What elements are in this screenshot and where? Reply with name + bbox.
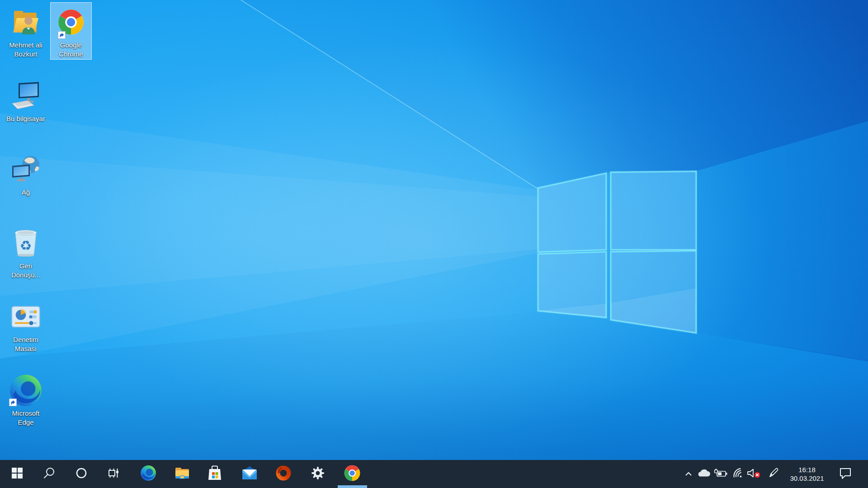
windows-desktop: Mehmet ali Bozkurt Google Chrome — [0, 0, 868, 488]
wifi-tray-button[interactable] — [731, 460, 743, 488]
desktop-icon-this-pc[interactable]: Bu bilgisayar — [5, 76, 47, 124]
desktop-wallpaper — [0, 0, 868, 488]
chrome-icon — [58, 5, 84, 39]
desktop-icon-label: Ağ — [22, 188, 30, 197]
speaker-muted-icon — [746, 468, 761, 480]
taskbar-clock[interactable]: 16:18 30.03.2021 — [785, 460, 829, 488]
action-center-button[interactable] — [838, 460, 853, 488]
svg-text:♻: ♻ — [20, 238, 32, 253]
gear-icon — [311, 466, 325, 482]
task-view-button[interactable] — [97, 460, 130, 488]
hidden-icons-button[interactable] — [682, 460, 695, 488]
desktop-icon-label: Denetim Masası — [5, 335, 46, 353]
edge-icon — [9, 374, 42, 407]
volume-tray-button[interactable] — [746, 460, 761, 488]
folder-icon — [174, 465, 190, 483]
windows-start-icon — [11, 467, 23, 481]
cortana-ring-icon — [75, 467, 87, 481]
store-bag-icon — [207, 465, 223, 483]
mail-envelope-icon — [241, 466, 258, 482]
cortana-button[interactable] — [65, 460, 98, 488]
office-ring-icon — [276, 465, 291, 483]
recycle-bin-icon: ♻ — [13, 226, 39, 260]
desktop-icon-label: Google Chrome — [51, 41, 91, 59]
chrome-icon — [344, 465, 360, 483]
control-panel-icon — [11, 300, 40, 333]
notification-bubble-icon — [839, 467, 852, 481]
clock-time: 16:18 — [798, 465, 816, 474]
network-globe-icon — [11, 153, 41, 186]
desktop-icon-google-chrome[interactable]: Google Chrome — [50, 2, 92, 60]
desktop-icon-microsoft-edge[interactable]: Microsoft Edge — [5, 371, 47, 427]
settings-button[interactable] — [302, 460, 334, 488]
desktop-icon-label: Microsoft Edge — [5, 409, 46, 427]
pen-tray-button[interactable] — [768, 460, 779, 488]
computer-icon — [11, 79, 40, 113]
taskbar-chrome-button[interactable] — [336, 460, 368, 488]
search-icon — [43, 467, 56, 481]
desktop-icon-network[interactable]: Ağ — [5, 150, 47, 197]
task-view-icon — [108, 467, 119, 481]
battery-tray-button[interactable] — [714, 460, 727, 488]
desktop-icon-control-panel[interactable]: Denetim Masası — [5, 297, 47, 354]
desktop-icon-recycle-bin[interactable]: ♻ Geri Dönüşü... — [5, 223, 47, 280]
chrome-active-indicator — [338, 485, 367, 488]
wifi-icon — [731, 468, 743, 480]
office-button[interactable] — [267, 460, 300, 488]
windows-logo-wallpaper-art — [0, 0, 868, 488]
clock-date: 30.03.2021 — [790, 474, 824, 483]
user-folder-icon — [12, 5, 39, 39]
mail-button[interactable] — [233, 460, 266, 488]
taskbar: 16:18 30.03.2021 — [0, 460, 868, 488]
shortcut-arrow-icon — [58, 31, 66, 39]
desktop-icon-label: Bu bilgisayar — [6, 114, 45, 123]
search-button[interactable] — [33, 460, 66, 488]
pen-icon — [768, 468, 779, 480]
start-button[interactable] — [1, 460, 33, 488]
cloud-icon — [697, 469, 711, 479]
battery-charging-icon — [714, 469, 727, 479]
file-explorer-button[interactable] — [166, 460, 198, 488]
microsoft-store-button[interactable] — [198, 460, 231, 488]
chevron-up-icon — [685, 470, 692, 478]
desktop-icon-label: Geri Dönüşü... — [5, 262, 46, 280]
taskbar-edge-button[interactable] — [132, 460, 165, 488]
shortcut-arrow-icon — [9, 399, 17, 406]
desktop-icon-label: Mehmet ali Bozkurt — [5, 41, 46, 59]
onedrive-tray-button[interactable] — [697, 460, 711, 488]
edge-icon — [140, 465, 156, 483]
desktop-icon-user-folder[interactable]: Mehmet ali Bozkurt — [5, 2, 47, 59]
